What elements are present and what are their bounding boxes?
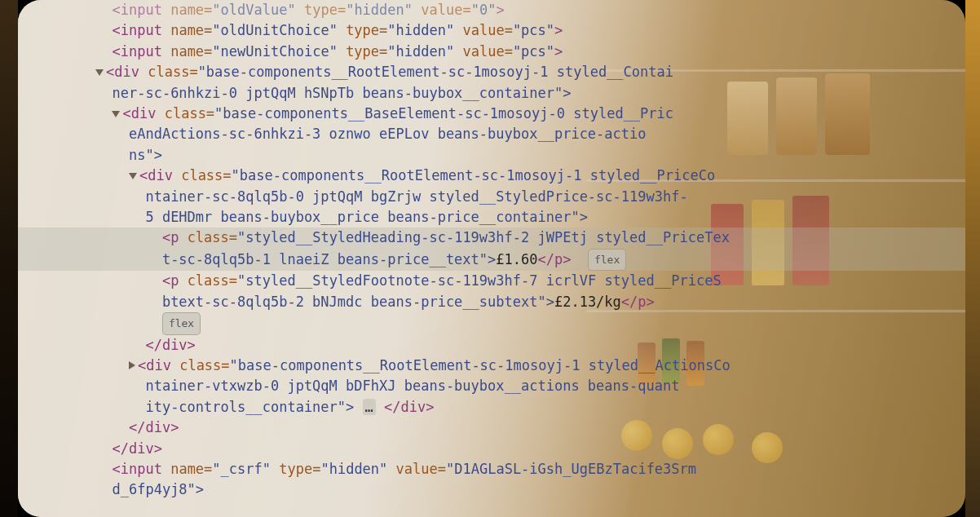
code-line: ntainer-vtxwzb-0 jptQqM bDFhXJ beans-buy…: [95, 376, 965, 396]
code-line: <input name="oldValue" type="hidden" val…: [95, 0, 965, 20]
ellipsis-icon[interactable]: …: [363, 399, 376, 415]
code-line[interactable]: <div class="base-components__RootElement…: [95, 356, 965, 376]
code-line: ner-sc-6nhkzi-0 jptQqM hSNpTb beans-buyb…: [95, 83, 965, 104]
code-line: <input name="_csrf" type="hidden" value=…: [95, 459, 965, 479]
code-line: <input name="oldUnitChoice" type="hidden…: [95, 20, 965, 41]
page-edge-right: [965, 0, 980, 517]
hero-card: <input name="oldValue" type="hidden" val…: [18, 0, 965, 517]
flex-badge[interactable]: flex: [588, 249, 626, 271]
disclosure-triangle-icon[interactable]: [129, 361, 135, 369]
code-line: ity-controls__container"> … </div>: [95, 397, 965, 418]
code-line: flex: [95, 312, 965, 334]
code-line: eAndActions-sc-6nhkzi-3 oznwo eEPLov bea…: [95, 124, 965, 144]
code-line: </div>: [95, 418, 965, 438]
code-line: </div>: [95, 335, 965, 356]
code-line: </div>: [95, 439, 965, 459]
code-line: 5 dEHDmr beans-buybox__price beans-price…: [95, 207, 965, 228]
flex-badge[interactable]: flex: [162, 312, 201, 334]
page-edge-left: [0, 0, 18, 517]
disclosure-triangle-icon[interactable]: [129, 173, 137, 179]
code-line: <input name="newUnitChoice" type="hidden…: [95, 42, 965, 62]
disclosure-triangle-icon[interactable]: [112, 111, 120, 117]
code-line[interactable]: <div class="base-components__BaseElement…: [95, 104, 965, 124]
code-line[interactable]: <div class="base-components__RootElement…: [95, 62, 965, 82]
code-line: d_6fp4yj8">: [95, 479, 965, 500]
code-line: ntainer-sc-8qlq5b-0 jptQqM bgZrjw styled…: [95, 187, 965, 207]
disclosure-triangle-icon[interactable]: [95, 69, 104, 76]
code-line: ns">: [95, 145, 965, 166]
code-line[interactable]: <p class="styled__StyledFootnote-sc-119w…: [95, 271, 965, 291]
code-line[interactable]: <div class="base-components__RootElement…: [95, 166, 965, 186]
code-line: btext-sc-8qlq5b-2 bNJmdc beans-price__su…: [95, 292, 965, 312]
devtools-code-overlay: <input name="oldValue" type="hidden" val…: [18, 0, 965, 517]
code-line-highlighted: t-sc-8qlq5b-1 lnaeiZ beans-price__text">…: [18, 249, 965, 271]
code-line-highlighted[interactable]: <p class="styled__StyledHeading-sc-119w3…: [18, 228, 965, 248]
